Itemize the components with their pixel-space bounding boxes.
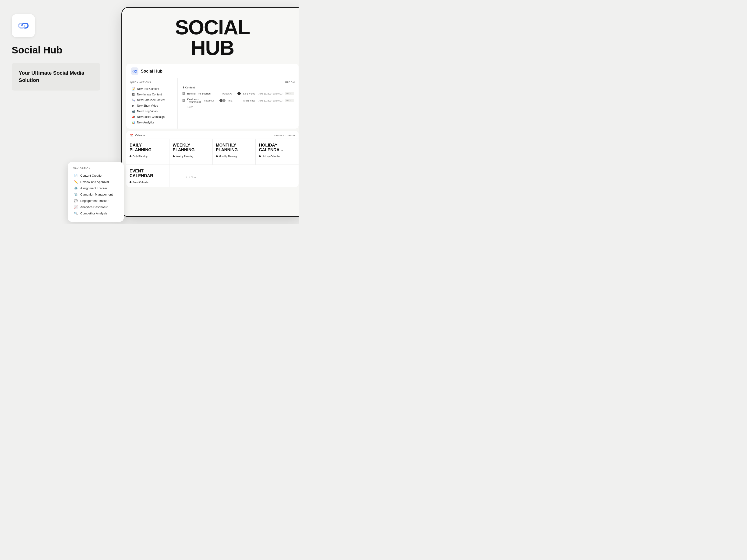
- monthly-planning-title: MONTHLYPLANNING: [216, 143, 252, 152]
- nav-analytics-dashboard[interactable]: 📈 Analytics Dashboard: [73, 204, 119, 210]
- image-icon: 🖼: [131, 93, 135, 96]
- action-new-image[interactable]: 🖼 New Image Content: [130, 92, 174, 97]
- weekly-planning-card[interactable]: WEEKLYPLANNING Weekly Planning: [170, 139, 213, 164]
- status-badge-1: Not st...: [285, 92, 294, 95]
- row-platform-2: Facebook: [204, 99, 217, 102]
- action-image-label: New Image Content: [137, 93, 162, 96]
- analytics-dash-icon: 📈: [74, 205, 78, 209]
- analytics-icon: 📊: [131, 121, 135, 124]
- navigation-popup: NAVIGATION 📄 Content Creation ✏️ Review …: [68, 162, 124, 222]
- action-carousel-label: New Carousel Content: [137, 99, 165, 102]
- holiday-calendar-link[interactable]: Holiday Calendar: [259, 155, 295, 158]
- nav-review-label: Review and Approval: [80, 180, 109, 184]
- action-text-label: New Text Content: [137, 87, 159, 90]
- new-calendar-card[interactable]: + + New: [170, 165, 213, 187]
- plus-icon-cal: +: [186, 176, 187, 179]
- short-video-icon: ▶: [131, 104, 135, 107]
- left-subtitle: Your Ultimate Social Media Solution: [19, 70, 93, 84]
- row-media-icon: 🖼: [182, 92, 185, 95]
- navigation-label: NAVIGATION: [73, 167, 119, 170]
- action-new-carousel[interactable]: 🎠 New Carousel Content: [130, 97, 174, 103]
- long-video-icon: 📹: [131, 110, 135, 113]
- competitor-icon: 🔍: [74, 212, 78, 215]
- status-badge-2: Not st...: [285, 99, 294, 102]
- review-icon: ✏️: [74, 180, 78, 184]
- content-area: Social Hub QUICK ACTIONS 📝 New Text Cont…: [126, 64, 299, 129]
- action-long-video-label: New Long Video: [137, 110, 158, 113]
- quick-actions-column: QUICK ACTIONS 📝 New Text Content 🖼 New I…: [126, 78, 178, 129]
- add-row[interactable]: + + New: [181, 105, 295, 109]
- row-platform-1: Twitter(X): [222, 92, 235, 95]
- calendar-icon: 📅: [130, 134, 133, 137]
- nav-campaign-label: Campaign Management: [80, 193, 113, 196]
- cal-dot-weekly: [173, 155, 175, 157]
- hero-area: SOCIAL HUB: [122, 8, 299, 64]
- campaign-icon: 📣: [131, 115, 135, 118]
- row-date-1: June 16, 2024 12:00 AM: [258, 92, 282, 95]
- text-icon: 📝: [131, 87, 135, 90]
- action-new-short-video[interactable]: ▶ New Short Video: [130, 103, 174, 108]
- daily-planning-title: DAILYPLANNING: [130, 143, 166, 152]
- table-row[interactable]: 🖼 Behind The Scenes Twitter(X) Long Vide…: [181, 90, 295, 97]
- quick-actions-label: QUICK ACTIONS: [130, 81, 174, 84]
- content-header: Social Hub: [126, 64, 299, 78]
- page-title: Social Hub: [141, 69, 162, 74]
- weekly-planning-title: WEEKLYPLANNING: [173, 143, 209, 152]
- row-media-icon-2: 🖼: [182, 99, 185, 102]
- cal-dot-holiday: [259, 155, 261, 157]
- nav-campaign-management[interactable]: 📡 Campaign Management: [73, 191, 119, 197]
- table-row-2[interactable]: 🖼 Customer Testimonial Facebook Text Sho…: [181, 97, 295, 105]
- calendar-header: 📅 Calendar CONTENT CALEN: [126, 131, 299, 139]
- campaign-mgmt-icon: 📡: [74, 193, 78, 196]
- add-label: + New: [185, 105, 192, 108]
- action-new-analytics[interactable]: 📊 New Analytics: [130, 120, 174, 125]
- action-new-text[interactable]: 📝 New Text Content: [130, 86, 174, 92]
- left-title: Social Hub: [12, 45, 100, 56]
- monthly-planning-card[interactable]: MONTHLYPLANNING Monthly Planning: [213, 139, 256, 164]
- calendar-cards-row1: DAILYPLANNING Daily Planning WEEKLYPLANN…: [126, 139, 299, 164]
- event-calendar-link[interactable]: Event Calendar: [130, 181, 166, 184]
- avatar-2b: [222, 99, 226, 102]
- nav-review-approval[interactable]: ✏️ Review and Approval: [73, 179, 119, 185]
- logo-small-icon: [132, 69, 137, 74]
- nav-content-creation[interactable]: 📄 Content Creation: [73, 172, 119, 179]
- nav-assignment-tracker[interactable]: ⚙️ Assignment Tracker: [73, 185, 119, 191]
- nav-assignment-label: Assignment Tracker: [80, 186, 107, 190]
- engagement-icon: 💬: [74, 199, 78, 203]
- calendar-cards-row2: EVENTCALENDAR Event Calendar + + New: [126, 164, 299, 187]
- action-new-campaign[interactable]: 📣 New Social Campaign: [130, 114, 174, 120]
- calendar-section: 📅 Calendar CONTENT CALEN DAILYPLANNING D…: [126, 131, 299, 187]
- action-analytics-label: New Analytics: [137, 121, 155, 124]
- plus-icon: +: [182, 105, 184, 108]
- row-type-2a: Text: [228, 99, 241, 102]
- nav-engagement-tracker[interactable]: 💬 Engagement Tracker: [73, 197, 119, 204]
- row-type-1: Long Video: [243, 92, 256, 95]
- carousel-icon: 🎠: [131, 99, 135, 102]
- content-creation-icon: 📄: [74, 174, 78, 177]
- action-campaign-label: New Social Campaign: [137, 115, 164, 118]
- upcoming-label: UPCOM: [181, 81, 295, 84]
- new-card-label[interactable]: + + New: [186, 174, 196, 179]
- two-col-layout: QUICK ACTIONS 📝 New Text Content 🖼 New I…: [126, 78, 299, 129]
- event-calendar-card[interactable]: EVENTCALENDAR Event Calendar: [126, 165, 170, 187]
- tablet-mockup: SOCIAL HUB Social Hub QUICK ACTIONS: [121, 7, 299, 217]
- daily-planning-link[interactable]: Daily Planning: [130, 155, 166, 158]
- action-new-long-video[interactable]: 📹 New Long Video: [130, 108, 174, 114]
- action-short-video-label: New Short Video: [137, 104, 158, 107]
- cal-dot-daily: [130, 155, 131, 157]
- nav-competitor-analysis[interactable]: 🔍 Competitor Analysis: [73, 210, 119, 216]
- daily-planning-card[interactable]: DAILYPLANNING Daily Planning: [126, 139, 170, 164]
- weekly-planning-link[interactable]: Weekly Planning: [173, 155, 209, 158]
- app-logo-icon: [17, 19, 30, 32]
- tablet-inner: SOCIAL HUB Social Hub QUICK ACTIONS: [122, 8, 299, 216]
- content-cal-label: CONTENT CALEN: [148, 134, 295, 136]
- row-name-1: Behind The Scenes: [187, 92, 220, 95]
- holiday-calendar-card[interactable]: HOLIDAYCALENDA... Holiday Calendar: [256, 139, 299, 164]
- row-name-2: Customer Testimonial: [187, 98, 202, 103]
- content-group-label: ⬆ Content: [181, 86, 295, 89]
- monthly-planning-link[interactable]: Monthly Planning: [216, 155, 252, 158]
- nav-content-creation-label: Content Creation: [80, 174, 103, 177]
- calendar-label: Calendar: [135, 134, 146, 137]
- nav-engagement-label: Engagement Tracker: [80, 199, 108, 203]
- group-icon: ⬆: [182, 86, 185, 89]
